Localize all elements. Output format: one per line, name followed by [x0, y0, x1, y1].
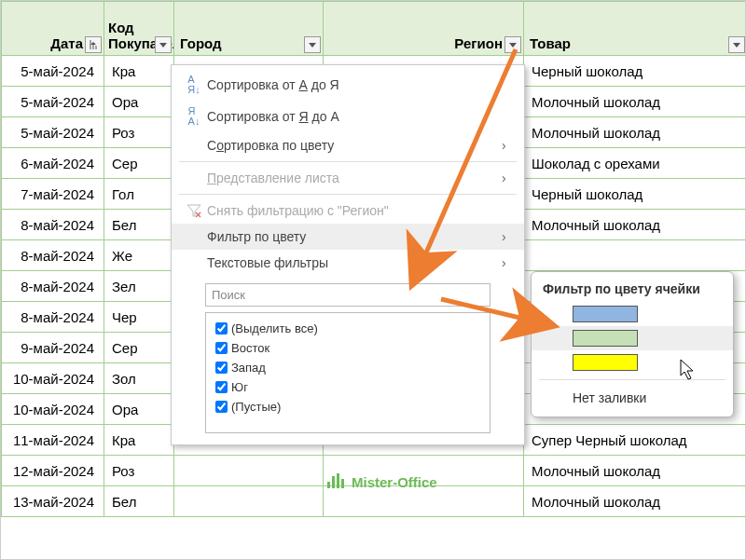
cell-buyer[interactable]: Кра	[104, 425, 174, 456]
filter-context-menu: АЯ↓ Сортировка от А до Я ЯА↓ Сортировка …	[171, 64, 525, 445]
cell-buyer[interactable]: Бел	[104, 486, 174, 517]
svg-rect-3	[341, 479, 344, 488]
no-fill-option[interactable]: Нет заливки	[532, 385, 733, 409]
watermark-icon	[327, 473, 348, 490]
filter-dropdown-city[interactable]	[304, 36, 321, 53]
cell-buyer[interactable]: Сер	[104, 333, 174, 363]
cell-buyer[interactable]: Ора	[104, 394, 174, 425]
cell-date[interactable]: 7-май-2024	[2, 179, 104, 210]
check-south[interactable]: Юг	[212, 377, 484, 397]
check-west[interactable]: Запад	[212, 358, 484, 377]
header-region[interactable]: Регион	[324, 2, 524, 56]
cell-date[interactable]: 6-май-2024	[2, 148, 104, 179]
menu-sort-za[interactable]: ЯА↓ Сортировка от Я до А	[172, 101, 524, 132]
menu-filter-by-color[interactable]: Фильтр по цвету ›	[172, 224, 524, 250]
cell-city[interactable]	[174, 486, 324, 517]
cell-goods[interactable]	[524, 240, 747, 271]
check-east[interactable]: Восток	[212, 338, 484, 358]
filter-dropdown-region[interactable]	[504, 36, 521, 53]
cell-date[interactable]: 5-май-2024	[2, 56, 104, 87]
cell-goods[interactable]: Супер Черный шоколад	[524, 425, 747, 456]
svg-rect-0	[327, 482, 330, 488]
cell-date[interactable]: 9-май-2024	[2, 333, 104, 363]
header-city[interactable]: Город	[174, 2, 324, 56]
cell-goods[interactable]: Черный шоколад	[524, 179, 747, 210]
submenu-title: Фильтр по цвету ячейки	[532, 278, 733, 302]
cursor-icon	[680, 359, 698, 381]
chevron-right-icon: ›	[502, 255, 515, 270]
header-date[interactable]: Дата	[2, 2, 104, 56]
menu-text-filters[interactable]: Текстовые фильтры ›	[172, 250, 524, 276]
cell-goods[interactable]: Черный шоколад	[524, 56, 747, 87]
filter-by-cell-color-submenu: Фильтр по цвету ячейки Нет заливки	[531, 271, 734, 417]
cell-buyer[interactable]: Чер	[104, 302, 174, 333]
cell-date[interactable]: 12-май-2024	[2, 456, 104, 486]
watermark: Mister-Office	[327, 473, 437, 490]
cell-goods[interactable]: Молочный шоколад	[524, 87, 747, 117]
cell-buyer[interactable]: Роз	[104, 117, 174, 148]
cell-buyer[interactable]: Ора	[104, 87, 174, 117]
menu-sort-color[interactable]: Сортировка по цвету ›	[172, 132, 524, 158]
chevron-right-icon: ›	[502, 229, 515, 244]
header-goods[interactable]: Товар	[524, 2, 747, 56]
color-option-blue[interactable]	[532, 302, 733, 326]
cell-goods[interactable]: Шоколад с орехами	[524, 148, 747, 179]
cell-buyer[interactable]: Зол	[104, 363, 174, 394]
color-option-yellow[interactable]	[532, 350, 733, 375]
filter-dropdown-goods[interactable]	[728, 36, 745, 53]
menu-sheet-view: Представление листа ›	[172, 165, 524, 191]
cell-date[interactable]: 11-май-2024	[2, 425, 104, 456]
check-select-all[interactable]: (Выделить все)	[212, 319, 484, 338]
cell-date[interactable]: 10-май-2024	[2, 363, 104, 394]
cell-buyer[interactable]: Зел	[104, 271, 174, 302]
header-row: Дата Код Покупателя Город Регион Товар	[2, 2, 747, 56]
cell-goods[interactable]: Молочный шоколад	[524, 117, 747, 148]
cell-region[interactable]	[324, 486, 524, 517]
color-option-green[interactable]	[532, 326, 733, 350]
cell-date[interactable]: 8-май-2024	[2, 271, 104, 302]
sort-az-icon: АЯ↓	[181, 75, 207, 95]
cell-goods[interactable]: Молочный шоколад	[524, 456, 747, 486]
filter-dropdown-buyer[interactable]	[155, 36, 172, 53]
cell-buyer[interactable]: Сер	[104, 148, 174, 179]
check-empty[interactable]: (Пустые)	[212, 397, 484, 417]
sort-za-icon: ЯА↓	[181, 106, 207, 127]
filter-search-input[interactable]: Поиск	[205, 283, 490, 307]
cell-date[interactable]: 10-май-2024	[2, 394, 104, 425]
svg-rect-2	[337, 473, 339, 488]
cell-buyer[interactable]: Кра	[104, 56, 174, 87]
svg-rect-1	[332, 476, 335, 488]
cell-date[interactable]: 13-май-2024	[2, 486, 104, 517]
filter-values-list[interactable]: (Выделить все) Восток Запад Юг (Пустые)	[205, 312, 490, 433]
cell-goods[interactable]: Молочный шоколад	[524, 210, 747, 240]
menu-clear-filter: Снять фильтрацию с "Регион"	[172, 198, 524, 224]
chevron-right-icon: ›	[502, 138, 515, 153]
cell-buyer[interactable]: Роз	[104, 456, 174, 486]
cell-goods[interactable]: Молочный шоколад	[524, 486, 747, 517]
cell-buyer[interactable]: Гол	[104, 179, 174, 210]
clear-filter-icon	[181, 203, 207, 218]
filter-dropdown-date[interactable]	[85, 36, 102, 53]
cell-buyer[interactable]: Бел	[104, 210, 174, 240]
cell-date[interactable]: 5-май-2024	[2, 87, 104, 117]
cell-date[interactable]: 5-май-2024	[2, 117, 104, 148]
cell-date[interactable]: 8-май-2024	[2, 240, 104, 271]
header-buyer[interactable]: Код Покупателя	[104, 2, 174, 56]
cell-city[interactable]	[174, 456, 324, 486]
menu-sort-az[interactable]: АЯ↓ Сортировка от А до Я	[172, 69, 524, 101]
cell-date[interactable]: 8-май-2024	[2, 302, 104, 333]
cell-date[interactable]: 8-май-2024	[2, 210, 104, 240]
cell-buyer[interactable]: Же	[104, 240, 174, 271]
table-row: 13-май-2024БелМолочный шоколад	[2, 486, 747, 517]
